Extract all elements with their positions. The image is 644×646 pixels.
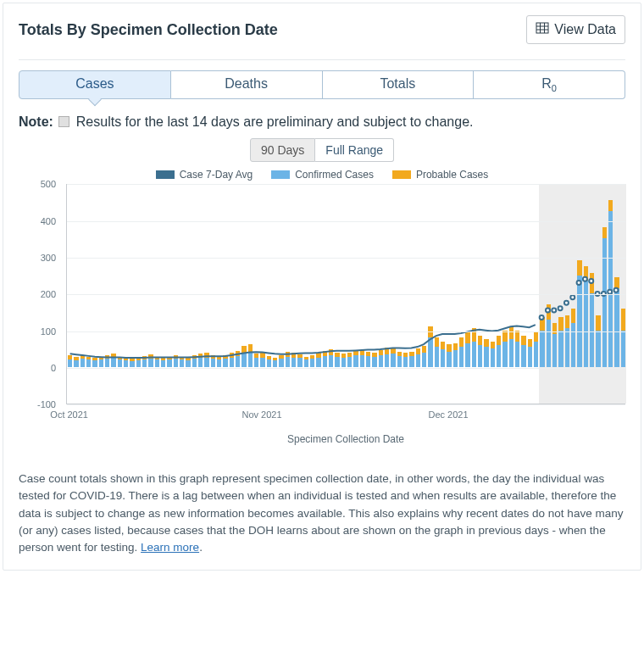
legend: Case 7-Day Avg Confirmed Cases Probable … bbox=[19, 169, 625, 181]
learn-more-link[interactable]: Learn more bbox=[141, 541, 199, 554]
range-90days-button[interactable]: 90 Days bbox=[250, 138, 315, 162]
legend-swatch-confirmed bbox=[271, 170, 290, 179]
legend-item-confirmed: Confirmed Cases bbox=[271, 169, 374, 181]
svg-point-6 bbox=[546, 309, 550, 313]
view-data-label: View Data bbox=[554, 22, 616, 37]
plot: -1000100200300400500 Oct 2021Nov 2021Dec… bbox=[19, 184, 627, 455]
legend-swatch-avg bbox=[156, 170, 175, 179]
preliminary-swatch bbox=[58, 116, 69, 127]
tab-cases[interactable]: Cases bbox=[19, 70, 171, 99]
x-tick: Dec 2021 bbox=[428, 409, 468, 420]
description: Case count totals shown in this graph re… bbox=[19, 471, 625, 556]
legend-swatch-probable bbox=[392, 170, 411, 179]
note: Note: Results for the last 14 days are p… bbox=[19, 114, 625, 130]
svg-point-13 bbox=[589, 279, 593, 283]
x-axis: Oct 2021Nov 2021Dec 2021 bbox=[66, 408, 625, 433]
svg-point-7 bbox=[552, 309, 556, 313]
card: Totals By Specimen Collection Date View … bbox=[3, 3, 641, 571]
range-toggle: 90 Days Full Range bbox=[3, 138, 641, 162]
note-label: Note: bbox=[19, 114, 53, 129]
y-tick: 400 bbox=[19, 216, 56, 226]
y-tick: 200 bbox=[19, 289, 56, 299]
svg-point-11 bbox=[577, 281, 581, 285]
legend-label-avg: Case 7-Day Avg bbox=[180, 169, 253, 181]
y-tick: 0 bbox=[19, 363, 56, 373]
separator bbox=[19, 59, 625, 60]
y-tick: 300 bbox=[19, 253, 56, 263]
gridline bbox=[67, 331, 625, 332]
page-title: Totals By Specimen Collection Date bbox=[19, 21, 278, 39]
gridline bbox=[67, 404, 625, 405]
tab-totals[interactable]: Totals bbox=[323, 70, 475, 99]
table-icon bbox=[536, 21, 549, 38]
svg-rect-0 bbox=[536, 23, 548, 33]
chart: Case 7-Day Avg Confirmed Cases Probable … bbox=[19, 169, 625, 455]
legend-item-probable: Probable Cases bbox=[392, 169, 488, 181]
view-data-button[interactable]: View Data bbox=[526, 15, 625, 44]
y-tick: 500 bbox=[19, 179, 56, 189]
svg-point-5 bbox=[540, 315, 544, 320]
plot-area bbox=[66, 184, 625, 404]
svg-point-8 bbox=[558, 306, 563, 310]
y-tick: -100 bbox=[19, 399, 56, 409]
description-suffix: . bbox=[199, 541, 203, 554]
gridline bbox=[67, 258, 625, 259]
svg-point-9 bbox=[564, 301, 569, 305]
tabs: CasesDeathsTotalsR0 bbox=[19, 70, 625, 99]
range-full-button[interactable]: Full Range bbox=[315, 138, 394, 162]
x-tick: Oct 2021 bbox=[50, 409, 88, 420]
x-axis-label: Specimen Collection Date bbox=[66, 433, 625, 445]
svg-point-17 bbox=[614, 288, 619, 292]
tab-r[interactable]: R0 bbox=[474, 70, 625, 99]
svg-point-10 bbox=[570, 296, 575, 300]
gridline bbox=[67, 368, 625, 369]
header: Totals By Specimen Collection Date View … bbox=[3, 3, 641, 53]
description-text: Case count totals shown in this graph re… bbox=[19, 472, 623, 554]
note-text: Results for the last 14 days are prelimi… bbox=[76, 114, 474, 129]
tab-deaths[interactable]: Deaths bbox=[171, 70, 323, 99]
legend-item-avg: Case 7-Day Avg bbox=[156, 169, 253, 181]
gridline bbox=[67, 294, 625, 295]
gridline bbox=[67, 184, 625, 185]
legend-label-probable: Probable Cases bbox=[416, 169, 488, 181]
gridline bbox=[67, 221, 625, 222]
x-tick: Nov 2021 bbox=[242, 409, 281, 420]
y-axis: -1000100200300400500 bbox=[19, 184, 61, 404]
legend-label-confirmed: Confirmed Cases bbox=[295, 169, 374, 181]
svg-point-12 bbox=[583, 277, 587, 281]
y-tick: 100 bbox=[19, 326, 56, 337]
